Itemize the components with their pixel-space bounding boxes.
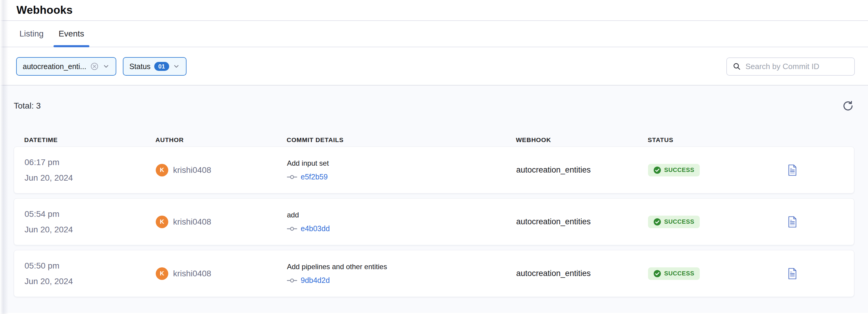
commit-id-link[interactable]: 9db4d2d bbox=[301, 276, 330, 285]
commit-message: Add pipelines and other entities bbox=[287, 262, 516, 271]
document-icon[interactable] bbox=[788, 165, 797, 176]
status-filter-count-badge: 01 bbox=[154, 62, 169, 71]
event-datetime: 06:17 pm Jun 20, 2024 bbox=[25, 154, 156, 186]
table-row[interactable]: 06:17 pm Jun 20, 2024 K krishi0408 Add i… bbox=[14, 146, 854, 194]
event-datetime: 05:54 pm Jun 20, 2024 bbox=[25, 206, 156, 237]
commit-message: add bbox=[287, 210, 516, 220]
event-time: 05:50 pm bbox=[25, 258, 156, 274]
avatar: K bbox=[156, 216, 168, 228]
circle-x-icon[interactable] bbox=[90, 62, 99, 71]
commit-icon bbox=[287, 278, 297, 284]
event-time: 05:54 pm bbox=[25, 206, 156, 222]
author-name: krishi0408 bbox=[173, 269, 211, 278]
column-header-commit: COMMIT DETAILS bbox=[287, 136, 516, 144]
check-circle-icon bbox=[653, 166, 661, 174]
commit-message: Add input set bbox=[287, 159, 516, 168]
chevron-down-icon[interactable] bbox=[102, 63, 110, 70]
filter-bar: autocreation_enti... Status 01 bbox=[0, 47, 868, 86]
status-label: SUCCESS bbox=[664, 167, 694, 173]
tabs-bar: Listing Events bbox=[0, 21, 868, 47]
status-label: SUCCESS bbox=[664, 270, 694, 277]
status-badge: SUCCESS bbox=[648, 216, 700, 228]
status-cell: SUCCESS bbox=[648, 164, 788, 176]
tab-listing[interactable]: Listing bbox=[20, 21, 44, 47]
tab-events[interactable]: Events bbox=[59, 21, 84, 47]
event-datetime: 05:50 pm Jun 20, 2024 bbox=[25, 258, 156, 289]
commit-id-link[interactable]: e4b03dd bbox=[301, 224, 330, 233]
event-date: Jun 20, 2024 bbox=[25, 222, 156, 237]
commit-id-link[interactable]: e5f2b59 bbox=[301, 173, 328, 181]
search-icon bbox=[732, 62, 741, 71]
page-header: Webhooks bbox=[0, 0, 868, 21]
events-content: Total: 3 DATETIME AUTHOR COMMIT DETAILS … bbox=[0, 85, 868, 313]
page-title: Webhooks bbox=[17, 4, 73, 17]
avatar: K bbox=[156, 267, 168, 280]
event-date: Jun 20, 2024 bbox=[25, 170, 156, 186]
event-time: 06:17 pm bbox=[25, 154, 156, 170]
webhook-name: autocreation_entities bbox=[516, 217, 648, 226]
search-input[interactable] bbox=[745, 62, 849, 71]
refresh-button[interactable] bbox=[841, 99, 854, 112]
status-badge: SUCCESS bbox=[648, 267, 700, 280]
event-author: K krishi0408 bbox=[156, 267, 287, 280]
status-label: SUCCESS bbox=[664, 218, 694, 225]
commit-details: Add pipelines and other entities 9db4d2d bbox=[287, 262, 516, 285]
refresh-icon bbox=[842, 100, 854, 112]
author-name: krishi0408 bbox=[173, 217, 211, 227]
event-author: K krishi0408 bbox=[156, 164, 287, 176]
document-icon[interactable] bbox=[788, 216, 797, 228]
webhook-name: autocreation_entities bbox=[516, 165, 648, 175]
table-row[interactable]: 05:50 pm Jun 20, 2024 K krishi0408 Add p… bbox=[14, 250, 854, 297]
summary-row: Total: 3 bbox=[14, 97, 854, 114]
commit-details: Add input set e5f2b59 bbox=[287, 159, 516, 181]
payload-cell bbox=[788, 268, 844, 279]
document-icon[interactable] bbox=[788, 268, 797, 279]
payload-cell bbox=[788, 165, 844, 176]
total-count: Total: 3 bbox=[14, 101, 41, 111]
avatar: K bbox=[156, 164, 168, 176]
commit-icon bbox=[287, 174, 297, 180]
status-cell: SUCCESS bbox=[648, 267, 788, 280]
chevron-down-icon[interactable] bbox=[173, 63, 180, 70]
status-filter-chip[interactable]: Status 01 bbox=[123, 57, 187, 76]
status-cell: SUCCESS bbox=[648, 216, 788, 228]
column-header-webhook: WEBHOOK bbox=[516, 136, 648, 144]
webhook-name: autocreation_entities bbox=[516, 269, 648, 278]
author-name: krishi0408 bbox=[173, 165, 211, 175]
table-row[interactable]: 05:54 pm Jun 20, 2024 K krishi0408 add e… bbox=[14, 198, 854, 245]
event-author: K krishi0408 bbox=[156, 216, 287, 228]
column-header-author: AUTHOR bbox=[155, 136, 287, 144]
webhook-filter-chip[interactable]: autocreation_enti... bbox=[16, 57, 116, 76]
status-badge: SUCCESS bbox=[648, 164, 700, 176]
payload-cell bbox=[788, 216, 844, 228]
search-box bbox=[726, 57, 855, 76]
webhook-filter-label: autocreation_enti... bbox=[23, 62, 86, 71]
commit-details: add e4b03dd bbox=[287, 210, 516, 233]
status-filter-label: Status bbox=[129, 62, 151, 71]
event-date: Jun 20, 2024 bbox=[25, 274, 156, 289]
commit-icon bbox=[287, 226, 297, 232]
check-circle-icon bbox=[653, 218, 661, 226]
column-header-status: STATUS bbox=[648, 136, 787, 144]
column-header-datetime: DATETIME bbox=[24, 136, 155, 144]
table-header-row: DATETIME AUTHOR COMMIT DETAILS WEBHOOK S… bbox=[14, 133, 854, 146]
check-circle-icon bbox=[653, 270, 661, 278]
